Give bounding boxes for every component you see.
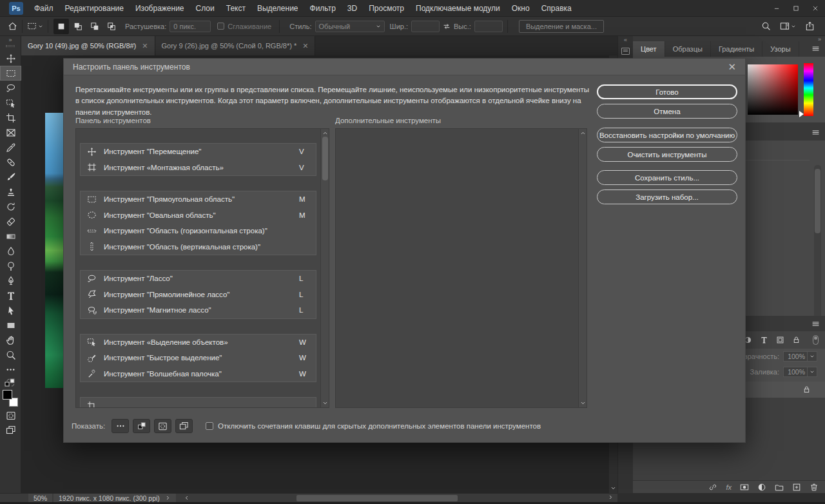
tool-brush[interactable] [0,170,21,184]
tool-row[interactable]: Инструмент "Прямолинейное лассо"L [81,287,316,303]
tool-row[interactable]: Инструмент "Овальная область"M [81,208,316,224]
selection-mode-add[interactable] [70,19,86,34]
disable-shortcuts-checkbox[interactable] [206,422,213,430]
adjustment-layer-icon[interactable] [757,483,766,492]
document-info[interactable]: 1920 пикс. x 1080 пикс. (300 ppi) [53,494,176,503]
tool-marquee-rect[interactable] [0,66,21,81]
expand-toolbar-chevron[interactable]: » [0,36,21,44]
document-tab-2[interactable]: Gory 9 (26).jpg @ 50% (Слой 0, RGB/8*) *… [155,36,316,55]
foreground-color-swatch[interactable] [3,390,12,400]
dialog-close-icon[interactable]: ✕ [728,62,736,72]
foreground-background-swatches[interactable] [3,390,18,407]
tool-history-brush[interactable] [0,199,21,214]
quick-mask-icon[interactable] [0,408,21,423]
scroll-up-icon[interactable] [322,130,328,136]
hue-slider[interactable] [804,63,813,116]
opacity-value[interactable]: 100% [783,351,808,362]
status-chevron-icon[interactable] [165,495,171,501]
scrollbar-thumb[interactable] [322,137,328,180]
menu-item-выделение[interactable]: Выделение [251,0,304,17]
scroll-down-icon[interactable] [610,485,616,491]
menu-item-редактирование[interactable]: Редактирование [59,0,130,17]
dialog-button-6[interactable]: Загрузить набор... [597,189,737,204]
select-and-mask-button[interactable]: Выделение и маска... [519,20,604,33]
menu-item-справка[interactable]: Справка [536,0,578,17]
properties-scrollbar[interactable] [814,165,821,326]
tool-eraser[interactable] [0,214,21,229]
menu-item-окно[interactable]: Окно [506,0,536,17]
scroll-up-icon[interactable] [580,130,586,136]
tool-row[interactable]: Инструмент "Прямоугольная область"M [81,191,316,208]
menu-item-слои[interactable]: Слои [190,0,220,17]
tools-list-scrollbar[interactable] [320,129,329,407]
selection-mode-intersect[interactable] [104,19,119,34]
tool-row[interactable]: Инструмент "Волшебная палочка"W [81,366,316,382]
menu-item-3d[interactable]: 3D [342,0,363,17]
tool-row[interactable]: Инструмент "Быстрое выделение"W [81,350,316,366]
tool-eyedropper[interactable] [0,140,21,155]
menu-item-подключаемые модули[interactable]: Подключаемые модули [410,0,506,17]
maximize-button[interactable] [786,0,806,17]
selection-mode-new[interactable] [53,19,69,34]
panel-tab-градиенты[interactable]: Градиенты [711,41,762,57]
tool-zoom[interactable] [0,347,21,362]
scroll-down-icon[interactable] [580,400,586,406]
tool-stamp[interactable] [0,184,21,199]
collapse-dock-chevron[interactable]: » [818,36,821,43]
tool-crop[interactable] [0,110,21,125]
tool-healing[interactable] [0,155,21,170]
tool-row[interactable]: Инструмент «Монтажная область»V [81,160,316,176]
new-group-icon[interactable] [775,483,784,492]
show-swatches-button[interactable] [133,419,150,433]
opacity-dropdown-icon[interactable] [808,351,817,362]
tool-row[interactable]: Инструмент «Выделение объектов»W [81,334,316,351]
filter-toggle[interactable] [813,335,819,345]
tool-path-select[interactable] [0,303,21,318]
panel-tab-цвет[interactable]: Цвет [633,41,665,57]
expand-panels-chevron[interactable]: « [618,36,633,44]
color-saturation-field[interactable] [748,64,798,115]
toolbar-grip[interactable] [6,45,15,47]
menu-item-фильтр[interactable]: Фильтр [304,0,342,17]
current-tool-icon[interactable] [27,21,43,31]
show-screenmode-button[interactable] [175,419,193,433]
tool-pen[interactable] [0,273,21,288]
tool-row[interactable]: Инструмент "Перемещение"V [81,144,316,160]
dialog-titlebar[interactable]: Настроить панель инструментов ✕ [64,59,745,75]
tool-move[interactable] [0,51,21,66]
horizontal-scrollbar-thumb[interactable] [296,495,458,501]
dialog-button-1[interactable]: Готово [597,84,737,99]
layer-lock-icon[interactable] [802,385,811,394]
scroll-right-icon[interactable] [608,494,614,500]
panel-menu-icon[interactable] [811,44,820,53]
tool-row[interactable]: Инструмент "Область (вертикальная строка… [81,239,316,255]
show-ellipsis-button[interactable] [112,419,129,433]
delete-layer-icon[interactable] [810,483,819,492]
screen-mode-icon[interactable] [0,423,21,438]
selection-mode-subtract[interactable] [87,19,102,34]
tool-dodge[interactable] [0,258,21,273]
search-icon[interactable] [761,21,771,31]
layer-style-icon[interactable]: fx [726,483,732,491]
panel-tab-образцы[interactable]: Образцы [665,41,711,57]
tool-row[interactable]: Инструмент "Область (горизонтальная стро… [81,223,316,239]
share-icon[interactable] [805,21,815,31]
width-input[interactable] [411,21,440,32]
menu-item-текст[interactable]: Текст [220,0,251,17]
home-icon[interactable] [8,21,17,31]
tool-frame[interactable] [0,125,21,140]
dialog-button-5[interactable]: Сохранить стиль... [597,170,737,185]
workspace-icon[interactable] [780,21,796,31]
tool-hand[interactable] [0,333,21,347]
tool-gradient[interactable] [0,229,21,244]
tool-row[interactable] [81,398,316,408]
tool-lasso[interactable] [0,81,21,95]
fill-value[interactable]: 100% [783,367,808,377]
hue-slider-handle[interactable] [799,111,804,117]
show-quickmask-button[interactable] [154,419,171,433]
add-mask-icon[interactable] [740,483,749,492]
tool-row[interactable]: Инструмент "Магнитное лассо"L [81,302,316,318]
filter-smart-object-icon[interactable] [792,336,801,344]
extra-list-scrollbar[interactable] [578,129,587,407]
tool-type[interactable] [0,288,21,303]
